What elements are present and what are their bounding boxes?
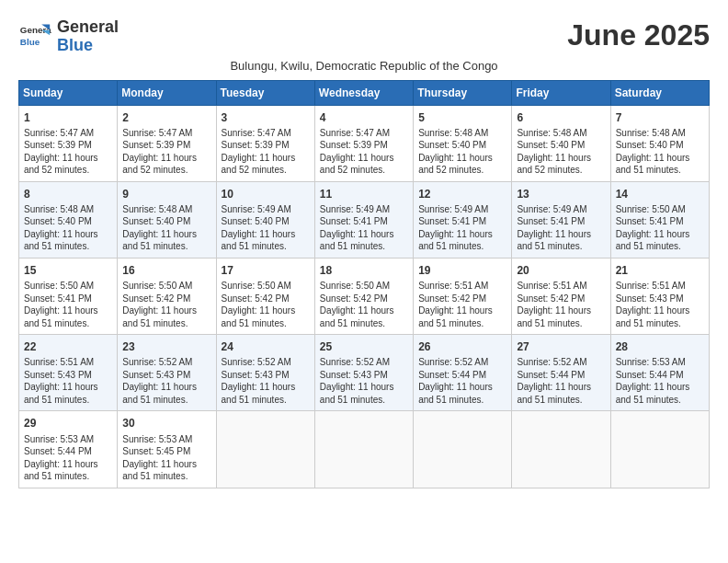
day-info: Sunrise: 5:49 AMSunset: 5:41 PMDaylight:…: [320, 203, 408, 253]
day-cell: 15 Sunrise: 5:50 AMSunset: 5:41 PMDaylig…: [19, 258, 118, 334]
day-info: Sunrise: 5:52 AMSunset: 5:44 PMDaylight:…: [517, 356, 605, 406]
title-area: June 2025: [567, 18, 710, 52]
empty-cell: [610, 411, 709, 488]
col-friday: Friday: [512, 80, 610, 105]
day-cell: 8 Sunrise: 5:48 AMSunset: 5:40 PMDayligh…: [19, 181, 118, 258]
day-number: 27: [517, 339, 605, 354]
day-number: 22: [24, 339, 112, 354]
day-cell: 29 Sunrise: 5:53 AMSunset: 5:44 PMDaylig…: [19, 411, 118, 488]
day-cell: 14 Sunrise: 5:50 AMSunset: 5:41 PMDaylig…: [610, 181, 709, 258]
day-number: 19: [418, 263, 506, 278]
day-info: Sunrise: 5:52 AMSunset: 5:43 PMDaylight:…: [222, 356, 310, 406]
day-info: Sunrise: 5:47 AMSunset: 5:39 PMDaylight:…: [222, 127, 310, 177]
logo-icon: General Blue: [18, 20, 51, 53]
empty-cell: [314, 411, 413, 488]
day-number: 23: [122, 339, 210, 354]
logo-general: General: [57, 17, 119, 36]
day-cell: 19 Sunrise: 5:51 AMSunset: 5:42 PMDaylig…: [414, 258, 512, 334]
day-info: Sunrise: 5:47 AMSunset: 5:39 PMDaylight:…: [122, 127, 210, 177]
day-info: Sunrise: 5:48 AMSunset: 5:40 PMDaylight:…: [616, 127, 704, 177]
day-info: Sunrise: 5:49 AMSunset: 5:41 PMDaylight:…: [418, 203, 506, 253]
svg-text:Blue: Blue: [20, 37, 40, 47]
day-number: 18: [320, 263, 408, 278]
day-cell: 9 Sunrise: 5:48 AMSunset: 5:40 PMDayligh…: [118, 181, 216, 258]
day-cell: 27 Sunrise: 5:52 AMSunset: 5:44 PMDaylig…: [512, 335, 610, 411]
day-number: 6: [517, 110, 605, 125]
day-cell: 18 Sunrise: 5:50 AMSunset: 5:42 PMDaylig…: [314, 258, 413, 334]
table-row: 1 Sunrise: 5:47 AMSunset: 5:39 PMDayligh…: [19, 105, 710, 181]
day-number: 16: [122, 263, 210, 278]
day-info: Sunrise: 5:50 AMSunset: 5:41 PMDaylight:…: [24, 280, 112, 329]
day-number: 17: [222, 263, 310, 278]
day-info: Sunrise: 5:51 AMSunset: 5:43 PMDaylight:…: [616, 280, 704, 329]
day-cell: 22 Sunrise: 5:51 AMSunset: 5:43 PMDaylig…: [19, 335, 118, 411]
day-cell: 6 Sunrise: 5:48 AMSunset: 5:40 PMDayligh…: [512, 105, 610, 181]
day-info: Sunrise: 5:51 AMSunset: 5:42 PMDaylight:…: [418, 280, 506, 329]
day-info: Sunrise: 5:51 AMSunset: 5:42 PMDaylight:…: [517, 280, 605, 329]
day-info: Sunrise: 5:52 AMSunset: 5:43 PMDaylight:…: [320, 356, 408, 406]
day-cell: 3 Sunrise: 5:47 AMSunset: 5:39 PMDayligh…: [216, 105, 314, 181]
calendar-body: 1 Sunrise: 5:47 AMSunset: 5:39 PMDayligh…: [19, 105, 710, 488]
day-info: Sunrise: 5:52 AMSunset: 5:44 PMDaylight:…: [418, 356, 506, 406]
day-cell: 28 Sunrise: 5:53 AMSunset: 5:44 PMDaylig…: [610, 335, 709, 411]
calendar-header: Sunday Monday Tuesday Wednesday Thursday…: [19, 80, 710, 105]
day-info: Sunrise: 5:49 AMSunset: 5:40 PMDaylight:…: [222, 203, 310, 253]
table-row: 22 Sunrise: 5:51 AMSunset: 5:43 PMDaylig…: [19, 335, 710, 411]
day-info: Sunrise: 5:48 AMSunset: 5:40 PMDaylight:…: [24, 203, 112, 253]
empty-cell: [216, 411, 314, 488]
day-info: Sunrise: 5:48 AMSunset: 5:40 PMDaylight:…: [122, 203, 210, 253]
day-cell: 13 Sunrise: 5:49 AMSunset: 5:41 PMDaylig…: [512, 181, 610, 258]
col-thursday: Thursday: [414, 80, 512, 105]
day-number: 3: [222, 110, 310, 125]
col-wednesday: Wednesday: [314, 80, 413, 105]
day-cell: 1 Sunrise: 5:47 AMSunset: 5:39 PMDayligh…: [19, 105, 118, 181]
day-number: 24: [222, 339, 310, 354]
day-number: 2: [122, 110, 210, 125]
day-info: Sunrise: 5:53 AMSunset: 5:44 PMDaylight:…: [24, 433, 112, 483]
empty-cell: [414, 411, 512, 488]
day-number: 5: [418, 110, 506, 125]
day-info: Sunrise: 5:47 AMSunset: 5:39 PMDaylight:…: [24, 127, 112, 177]
day-number: 30: [122, 416, 210, 431]
location-title: Bulungu, Kwilu, Democratic Republic of t…: [18, 59, 710, 73]
day-number: 20: [517, 263, 605, 278]
day-cell: 17 Sunrise: 5:50 AMSunset: 5:42 PMDaylig…: [216, 258, 314, 334]
day-number: 15: [24, 263, 112, 278]
day-cell: 11 Sunrise: 5:49 AMSunset: 5:41 PMDaylig…: [314, 181, 413, 258]
day-info: Sunrise: 5:47 AMSunset: 5:39 PMDaylight:…: [320, 127, 408, 177]
day-cell: 23 Sunrise: 5:52 AMSunset: 5:43 PMDaylig…: [118, 335, 216, 411]
day-number: 21: [616, 263, 704, 278]
month-title: June 2025: [567, 18, 710, 52]
table-row: 15 Sunrise: 5:50 AMSunset: 5:41 PMDaylig…: [19, 258, 710, 334]
day-number: 9: [122, 187, 210, 201]
day-number: 14: [616, 187, 704, 201]
day-number: 8: [24, 187, 112, 201]
day-cell: 20 Sunrise: 5:51 AMSunset: 5:42 PMDaylig…: [512, 258, 610, 334]
logo: General Blue General Blue: [18, 18, 119, 55]
day-number: 26: [418, 339, 506, 354]
page-header: General Blue General Blue June 2025: [18, 18, 710, 55]
day-info: Sunrise: 5:53 AMSunset: 5:45 PMDaylight:…: [122, 433, 210, 483]
day-cell: 24 Sunrise: 5:52 AMSunset: 5:43 PMDaylig…: [216, 335, 314, 411]
col-monday: Monday: [118, 80, 216, 105]
day-cell: 26 Sunrise: 5:52 AMSunset: 5:44 PMDaylig…: [414, 335, 512, 411]
day-cell: 10 Sunrise: 5:49 AMSunset: 5:40 PMDaylig…: [216, 181, 314, 258]
col-tuesday: Tuesday: [216, 80, 314, 105]
day-info: Sunrise: 5:51 AMSunset: 5:43 PMDaylight:…: [24, 356, 112, 406]
day-cell: 5 Sunrise: 5:48 AMSunset: 5:40 PMDayligh…: [414, 105, 512, 181]
day-cell: 12 Sunrise: 5:49 AMSunset: 5:41 PMDaylig…: [414, 181, 512, 258]
day-cell: 7 Sunrise: 5:48 AMSunset: 5:40 PMDayligh…: [610, 105, 709, 181]
header-row: Sunday Monday Tuesday Wednesday Thursday…: [19, 80, 710, 105]
day-number: 28: [616, 339, 704, 354]
day-cell: 25 Sunrise: 5:52 AMSunset: 5:43 PMDaylig…: [314, 335, 413, 411]
day-info: Sunrise: 5:50 AMSunset: 5:41 PMDaylight:…: [616, 203, 704, 253]
day-info: Sunrise: 5:52 AMSunset: 5:43 PMDaylight:…: [122, 356, 210, 406]
day-info: Sunrise: 5:50 AMSunset: 5:42 PMDaylight:…: [122, 280, 210, 329]
day-cell: 21 Sunrise: 5:51 AMSunset: 5:43 PMDaylig…: [610, 258, 709, 334]
calendar-table: Sunday Monday Tuesday Wednesday Thursday…: [18, 80, 710, 488]
table-row: 8 Sunrise: 5:48 AMSunset: 5:40 PMDayligh…: [19, 181, 710, 258]
empty-cell: [512, 411, 610, 488]
day-number: 12: [418, 187, 506, 201]
day-number: 25: [320, 339, 408, 354]
day-number: 13: [517, 187, 605, 201]
